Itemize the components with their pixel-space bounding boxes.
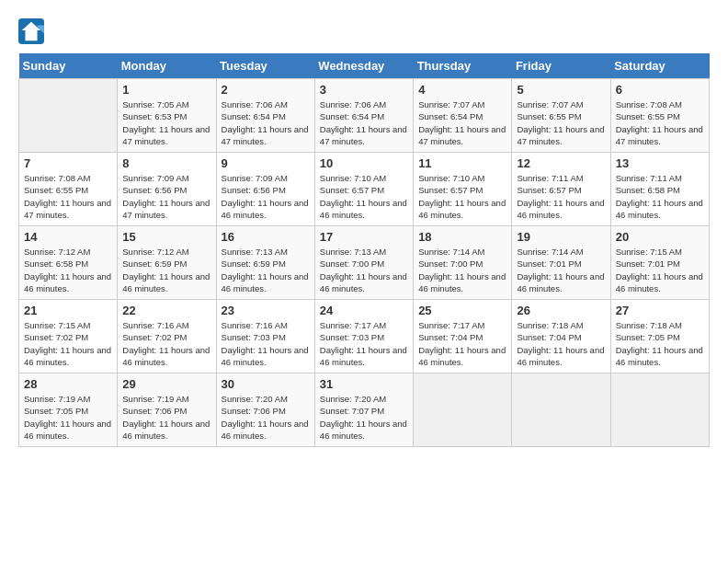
day-number: 1 (122, 83, 210, 97)
day-number: 30 (222, 377, 310, 391)
calendar-cell (610, 373, 709, 447)
day-info: Sunrise: 7:05 AMSunset: 6:53 PMDaylight:… (122, 98, 210, 147)
calendar-cell: 16Sunrise: 7:13 AMSunset: 6:59 PMDayligh… (216, 226, 314, 300)
day-number: 14 (24, 230, 112, 244)
day-number: 12 (517, 156, 605, 170)
day-info: Sunrise: 7:11 AMSunset: 6:57 PMDaylight:… (517, 172, 605, 221)
calendar-cell: 27Sunrise: 7:18 AMSunset: 7:05 PMDayligh… (610, 300, 709, 373)
day-info: Sunrise: 7:18 AMSunset: 7:04 PMDaylight:… (517, 319, 605, 368)
calendar-cell: 10Sunrise: 7:10 AMSunset: 6:57 PMDayligh… (314, 153, 413, 226)
day-number: 29 (122, 377, 210, 391)
day-info: Sunrise: 7:15 AMSunset: 7:01 PMDaylight:… (616, 246, 704, 294)
day-number: 3 (320, 83, 408, 97)
day-number: 16 (222, 230, 310, 244)
calendar-cell: 8Sunrise: 7:09 AMSunset: 6:56 PMDaylight… (118, 153, 216, 226)
calendar-cell: 17Sunrise: 7:13 AMSunset: 7:00 PMDayligh… (314, 226, 413, 300)
calendar-week-row: 1Sunrise: 7:05 AMSunset: 6:53 PMDaylight… (19, 79, 710, 153)
calendar-cell: 3Sunrise: 7:06 AMSunset: 6:54 PMDaylight… (314, 79, 413, 153)
day-number: 20 (616, 230, 704, 244)
day-number: 25 (418, 304, 506, 317)
calendar-cell: 30Sunrise: 7:20 AMSunset: 7:06 PMDayligh… (216, 373, 314, 447)
calendar-cell: 11Sunrise: 7:10 AMSunset: 6:57 PMDayligh… (414, 153, 512, 226)
calendar-week-row: 28Sunrise: 7:19 AMSunset: 7:05 PMDayligh… (19, 373, 710, 447)
day-info: Sunrise: 7:14 AMSunset: 7:00 PMDaylight:… (418, 246, 506, 294)
header-day-monday: Monday (118, 53, 216, 79)
calendar-cell: 7Sunrise: 7:08 AMSunset: 6:55 PMDaylight… (19, 153, 118, 226)
calendar-cell: 24Sunrise: 7:17 AMSunset: 7:03 PMDayligh… (314, 300, 413, 373)
day-info: Sunrise: 7:12 AMSunset: 6:59 PMDaylight:… (122, 246, 210, 294)
day-number: 19 (517, 230, 605, 244)
day-info: Sunrise: 7:07 AMSunset: 6:54 PMDaylight:… (418, 98, 506, 147)
day-info: Sunrise: 7:12 AMSunset: 6:58 PMDaylight:… (24, 246, 112, 294)
header-day-sunday: Sunday (19, 53, 118, 79)
day-info: Sunrise: 7:10 AMSunset: 6:57 PMDaylight:… (418, 172, 506, 221)
day-number: 7 (24, 156, 112, 170)
calendar-cell: 19Sunrise: 7:14 AMSunset: 7:01 PMDayligh… (512, 226, 610, 300)
day-info: Sunrise: 7:17 AMSunset: 7:03 PMDaylight:… (320, 319, 408, 368)
calendar-week-row: 7Sunrise: 7:08 AMSunset: 6:55 PMDaylight… (19, 153, 710, 226)
day-number: 31 (320, 377, 408, 391)
day-info: Sunrise: 7:06 AMSunset: 6:54 PMDaylight:… (222, 98, 310, 147)
calendar-cell (19, 79, 118, 153)
day-number: 13 (616, 156, 704, 170)
day-info: Sunrise: 7:07 AMSunset: 6:55 PMDaylight:… (517, 98, 605, 147)
day-info: Sunrise: 7:08 AMSunset: 6:55 PMDaylight:… (616, 98, 704, 147)
calendar-cell: 5Sunrise: 7:07 AMSunset: 6:55 PMDaylight… (512, 79, 610, 153)
day-number: 10 (320, 156, 408, 170)
calendar-cell: 9Sunrise: 7:09 AMSunset: 6:56 PMDaylight… (216, 153, 314, 226)
day-info: Sunrise: 7:16 AMSunset: 7:02 PMDaylight:… (122, 319, 210, 368)
calendar-cell: 31Sunrise: 7:20 AMSunset: 7:07 PMDayligh… (314, 373, 413, 447)
logo (18, 18, 48, 44)
day-info: Sunrise: 7:14 AMSunset: 7:01 PMDaylight:… (517, 246, 605, 294)
day-info: Sunrise: 7:08 AMSunset: 6:55 PMDaylight:… (24, 172, 112, 221)
header-day-friday: Friday (512, 53, 610, 79)
day-number: 17 (320, 230, 408, 244)
header-day-tuesday: Tuesday (216, 53, 314, 79)
calendar-cell: 2Sunrise: 7:06 AMSunset: 6:54 PMDaylight… (216, 79, 314, 153)
calendar-cell: 21Sunrise: 7:15 AMSunset: 7:02 PMDayligh… (19, 300, 118, 373)
day-number: 28 (24, 377, 112, 391)
calendar-cell: 28Sunrise: 7:19 AMSunset: 7:05 PMDayligh… (19, 373, 118, 447)
calendar-cell: 13Sunrise: 7:11 AMSunset: 6:58 PMDayligh… (610, 153, 709, 226)
header-day-thursday: Thursday (414, 53, 512, 79)
page-header (18, 18, 710, 44)
calendar-cell: 20Sunrise: 7:15 AMSunset: 7:01 PMDayligh… (610, 226, 709, 300)
day-number: 2 (222, 83, 310, 97)
day-number: 8 (122, 156, 210, 170)
day-number: 18 (418, 230, 506, 244)
calendar-cell: 25Sunrise: 7:17 AMSunset: 7:04 PMDayligh… (414, 300, 512, 373)
day-info: Sunrise: 7:09 AMSunset: 6:56 PMDaylight:… (222, 172, 310, 221)
day-info: Sunrise: 7:10 AMSunset: 6:57 PMDaylight:… (320, 172, 408, 221)
day-info: Sunrise: 7:15 AMSunset: 7:02 PMDaylight:… (24, 319, 112, 368)
day-number: 24 (320, 304, 408, 317)
day-number: 9 (222, 156, 310, 170)
day-info: Sunrise: 7:16 AMSunset: 7:03 PMDaylight:… (222, 319, 310, 368)
day-number: 11 (418, 156, 506, 170)
calendar-cell: 18Sunrise: 7:14 AMSunset: 7:00 PMDayligh… (414, 226, 512, 300)
calendar-cell: 4Sunrise: 7:07 AMSunset: 6:54 PMDaylight… (414, 79, 512, 153)
day-info: Sunrise: 7:13 AMSunset: 7:00 PMDaylight:… (320, 246, 408, 294)
day-number: 23 (222, 304, 310, 317)
logo-icon (18, 18, 44, 44)
calendar-cell (512, 373, 610, 447)
calendar-cell: 26Sunrise: 7:18 AMSunset: 7:04 PMDayligh… (512, 300, 610, 373)
calendar-cell: 6Sunrise: 7:08 AMSunset: 6:55 PMDaylight… (610, 79, 709, 153)
calendar-cell: 22Sunrise: 7:16 AMSunset: 7:02 PMDayligh… (118, 300, 216, 373)
day-info: Sunrise: 7:09 AMSunset: 6:56 PMDaylight:… (122, 172, 210, 221)
day-number: 4 (418, 83, 506, 97)
day-number: 5 (517, 83, 605, 97)
day-info: Sunrise: 7:19 AMSunset: 7:06 PMDaylight:… (122, 393, 210, 442)
day-info: Sunrise: 7:20 AMSunset: 7:06 PMDaylight:… (222, 393, 310, 442)
calendar-cell: 14Sunrise: 7:12 AMSunset: 6:58 PMDayligh… (19, 226, 118, 300)
calendar-cell: 12Sunrise: 7:11 AMSunset: 6:57 PMDayligh… (512, 153, 610, 226)
day-info: Sunrise: 7:13 AMSunset: 6:59 PMDaylight:… (222, 246, 310, 294)
day-info: Sunrise: 7:19 AMSunset: 7:05 PMDaylight:… (24, 393, 112, 442)
calendar-week-row: 21Sunrise: 7:15 AMSunset: 7:02 PMDayligh… (19, 300, 710, 373)
day-info: Sunrise: 7:17 AMSunset: 7:04 PMDaylight:… (418, 319, 506, 368)
day-number: 6 (616, 83, 704, 97)
calendar-cell (414, 373, 512, 447)
day-number: 27 (616, 304, 704, 317)
calendar-week-row: 14Sunrise: 7:12 AMSunset: 6:58 PMDayligh… (19, 226, 710, 300)
header-day-wednesday: Wednesday (314, 53, 413, 79)
calendar-cell: 1Sunrise: 7:05 AMSunset: 6:53 PMDaylight… (118, 79, 216, 153)
